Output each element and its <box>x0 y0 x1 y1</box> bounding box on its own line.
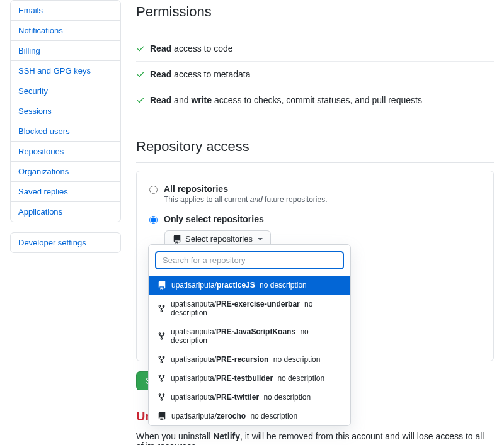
fork-icon <box>158 393 166 402</box>
check-icon <box>136 70 145 79</box>
sidebar-item-organizations[interactable]: Organizations <box>11 162 120 181</box>
chevron-down-icon <box>258 238 263 240</box>
fork-icon <box>158 304 166 313</box>
sidebar-item-emails[interactable]: Emails <box>11 1 120 20</box>
sidebar-item-security[interactable]: Security <box>11 81 120 101</box>
check-icon <box>136 96 145 104</box>
repository-dropdown: upatisariputa/practiceJS no descriptionu… <box>148 244 351 426</box>
sidebar-item-notifications[interactable]: Notifications <box>11 21 120 40</box>
check-icon <box>136 44 145 53</box>
sidebar-item-sessions[interactable]: Sessions <box>11 101 120 121</box>
repo-option[interactable]: upatisariputa/practiceJS no description <box>149 276 350 295</box>
repo-option[interactable]: upatisariputa/zerocho no description <box>149 407 350 425</box>
repo-option[interactable]: upatisariputa/PRE-testbuilder no descrip… <box>149 369 350 388</box>
sidebar-item-developer-settings[interactable]: Developer settings <box>11 233 120 252</box>
fork-icon <box>158 332 166 341</box>
sidebar-item-ssh-gpg-keys[interactable]: SSH and GPG keys <box>11 61 120 81</box>
permission-row: Read access to metadata <box>136 62 494 87</box>
repo-icon <box>158 281 166 290</box>
repository-access-heading: Repository access <box>136 138 494 160</box>
uninstall-description: When you uninstall Netlify, it will be r… <box>136 431 494 445</box>
repo-option[interactable]: upatisariputa/PRE-exercise-underbar no d… <box>149 295 350 322</box>
repo-option[interactable]: upatisariputa/PRE-JavaScriptKoans no des… <box>149 322 350 350</box>
permission-row: Read and write access to checks, commit … <box>136 87 494 113</box>
permissions-heading: Permissions <box>136 4 494 25</box>
repository-search-input[interactable] <box>155 251 344 269</box>
radio-all-repositories[interactable]: All repositories This applies to all cur… <box>149 184 481 204</box>
settings-nav-secondary: Developer settings <box>10 232 121 253</box>
sidebar-item-billing[interactable]: Billing <box>11 41 120 60</box>
all-repositories-radio[interactable] <box>149 186 158 194</box>
repo-icon <box>173 235 181 244</box>
repo-option[interactable]: upatisariputa/PRE-recursion no descripti… <box>149 350 350 369</box>
sidebar-item-applications[interactable]: Applications <box>11 202 120 222</box>
repository-access-panel: All repositories This applies to all cur… <box>136 171 494 361</box>
sidebar-item-saved-replies[interactable]: Saved replies <box>11 182 120 201</box>
fork-icon <box>158 374 166 383</box>
only-select-radio[interactable] <box>149 216 158 224</box>
sidebar-item-blocked-users[interactable]: Blocked users <box>11 121 120 141</box>
sidebar-item-repositories[interactable]: Repositories <box>11 142 120 161</box>
repo-icon <box>158 412 166 420</box>
radio-only-select-repositories[interactable]: Only select repositories <box>149 214 481 224</box>
permission-row: Read access to code <box>136 36 494 62</box>
settings-nav: Emails Notifications Billing SSH and GPG… <box>10 0 121 222</box>
repo-option[interactable]: upatisariputa/PRE-twittler no descriptio… <box>149 388 350 407</box>
fork-icon <box>158 355 166 364</box>
